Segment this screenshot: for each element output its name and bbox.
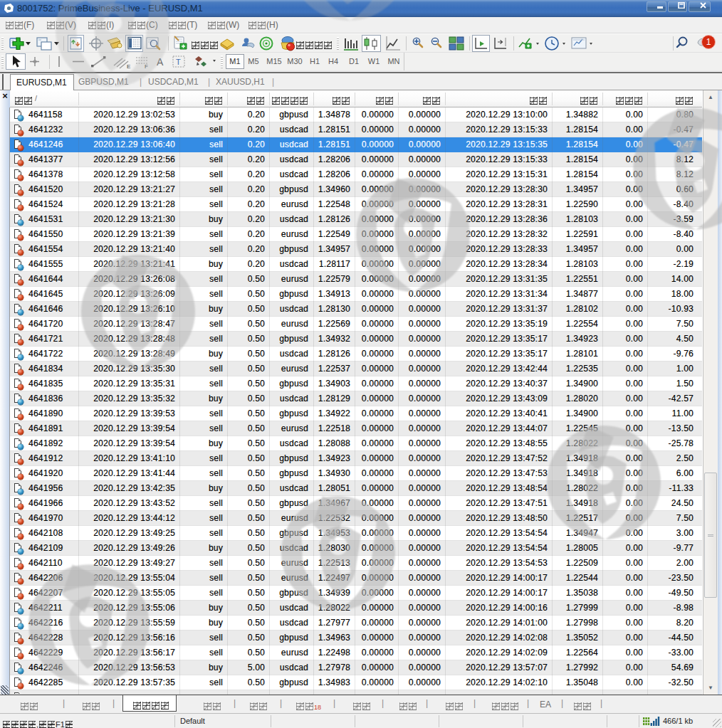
svg-text:A: A — [157, 56, 164, 68]
svg-text:1: 1 — [706, 37, 711, 47]
svg-text:F: F — [145, 63, 148, 70]
svg-text:E: E — [127, 63, 130, 70]
svg-text:T: T — [176, 58, 181, 66]
